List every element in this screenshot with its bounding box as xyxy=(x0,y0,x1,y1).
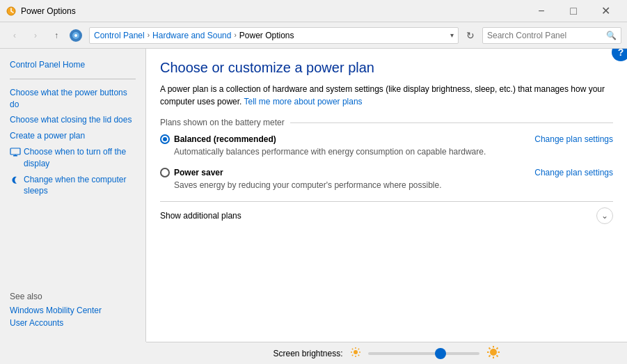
content-description: A power plan is a collection of hardware… xyxy=(160,83,613,108)
breadcrumb: Control Panel › Hardware and Sound › Pow… xyxy=(89,27,459,44)
learn-more-link[interactable]: Tell me more about power plans xyxy=(244,97,363,106)
svg-point-7 xyxy=(354,350,358,354)
see-also-label: See also xyxy=(10,292,136,301)
show-additional-plans: Show additional plans ⌄ xyxy=(160,201,613,224)
breadcrumb-sep-2: › xyxy=(234,31,236,39)
brightness-slider[interactable] xyxy=(368,352,479,355)
brightness-high-icon xyxy=(486,345,500,361)
svg-rect-5 xyxy=(13,155,17,157)
plan-item-balanced: Balanced (recommended) Automatically bal… xyxy=(160,134,613,157)
plan-balanced-row: Balanced (recommended) xyxy=(160,134,523,144)
svg-rect-4 xyxy=(10,148,20,155)
brightness-thumb[interactable] xyxy=(435,348,446,359)
svg-line-24 xyxy=(489,356,490,357)
forward-button[interactable]: › xyxy=(26,26,45,45)
sidebar-link-closing-lid[interactable]: Choose what closing the lid does xyxy=(0,112,145,128)
minimize-button[interactable]: − xyxy=(525,0,557,22)
sidebar: Control Panel Home Choose what the power… xyxy=(0,49,146,342)
show-additional-text: Show additional plans xyxy=(160,211,241,221)
plan-power-saver-row: Power saver xyxy=(160,168,523,177)
svg-line-15 xyxy=(351,355,352,356)
window-icon xyxy=(6,6,17,17)
svg-point-3 xyxy=(74,34,77,37)
plan-balanced-name[interactable]: Balanced (recommended) xyxy=(174,134,276,144)
svg-line-12 xyxy=(351,349,352,349)
maximize-button[interactable]: □ xyxy=(557,0,589,22)
plan-balanced-desc: Automatically balances performance with … xyxy=(174,147,523,157)
sidebar-user-accounts[interactable]: User Accounts xyxy=(10,318,136,328)
breadcrumb-control-panel[interactable]: Control Panel xyxy=(94,31,145,40)
section-header-text: Plans shown on the battery meter xyxy=(160,118,285,127)
svg-line-13 xyxy=(358,355,358,356)
svg-line-23 xyxy=(496,348,498,349)
show-additional-toggle[interactable]: ⌄ xyxy=(596,207,613,224)
plan-balanced-settings[interactable]: Change plan settings xyxy=(534,134,613,144)
monitor-icon xyxy=(10,147,21,158)
sidebar-link-turn-off-display[interactable]: Choose when to turn off the display xyxy=(24,146,136,170)
location-icon xyxy=(68,28,84,43)
radio-power-saver[interactable] xyxy=(160,168,170,177)
breadcrumb-hardware[interactable]: Hardware and Sound xyxy=(152,31,231,40)
bottombar: Screen brightness: xyxy=(146,342,627,364)
svg-line-22 xyxy=(496,356,498,357)
breadcrumb-sep-1: › xyxy=(148,31,150,39)
sidebar-control-panel-home[interactable]: Control Panel Home xyxy=(0,57,145,73)
plan-power-saver-name[interactable]: Power saver xyxy=(174,168,223,177)
plan-item-power-saver: Power saver Saves energy by reducing you… xyxy=(160,168,613,190)
search-input[interactable] xyxy=(487,31,606,40)
description-text: A power plan is a collection of hardware… xyxy=(160,84,605,106)
radio-balanced[interactable] xyxy=(160,134,170,144)
breadcrumb-current: Power Options xyxy=(239,31,294,40)
search-box: 🔍 xyxy=(482,27,621,44)
sidebar-see-also: See also Windows Mobility Center User Ac… xyxy=(0,283,145,333)
plan-balanced-details: Balanced (recommended) Automatically bal… xyxy=(160,134,523,157)
main-layout: Control Panel Home Choose what the power… xyxy=(0,49,627,342)
search-icon: 🔍 xyxy=(606,31,617,40)
sidebar-link-create-plan[interactable]: Create a power plan xyxy=(0,128,145,144)
plan-power-saver-settings[interactable]: Change plan settings xyxy=(534,168,613,177)
svg-line-14 xyxy=(358,349,358,349)
close-button[interactable]: ✕ xyxy=(589,0,621,22)
svg-line-21 xyxy=(489,348,490,349)
sidebar-link-power-buttons[interactable]: Choose what the power buttons do xyxy=(0,85,145,113)
titlebar: Power Options − □ ✕ xyxy=(0,0,627,22)
plan-power-saver-details: Power saver Saves energy by reducing you… xyxy=(160,168,523,190)
help-button[interactable]: ? xyxy=(612,49,627,61)
brightness-label: Screen brightness: xyxy=(273,349,342,358)
up-button[interactable]: ↑ xyxy=(47,26,65,45)
section-header: Plans shown on the battery meter xyxy=(160,118,613,127)
breadcrumb-dropdown-icon[interactable]: ▾ xyxy=(450,31,454,39)
sidebar-link-change-sleep[interactable]: Change when the computer sleeps xyxy=(24,174,136,198)
addressbar: ‹ › ↑ Control Panel › Hardware and Sound… xyxy=(0,22,627,49)
window-controls: − □ ✕ xyxy=(525,0,621,22)
plan-power-saver-desc: Saves energy by reducing your computer's… xyxy=(174,180,523,190)
content-area: ? Choose or customize a power plan A pow… xyxy=(146,49,627,342)
svg-point-16 xyxy=(490,349,497,356)
sidebar-mobility-center[interactable]: Windows Mobility Center xyxy=(10,306,136,315)
refresh-button[interactable]: ↻ xyxy=(461,26,479,45)
sleep-icon xyxy=(10,175,21,186)
back-button[interactable]: ‹ xyxy=(6,26,24,45)
sidebar-divider xyxy=(10,79,136,79)
window-title: Power Options xyxy=(21,6,525,16)
brightness-low-icon xyxy=(350,347,361,360)
page-title: Choose or customize a power plan xyxy=(160,60,613,76)
